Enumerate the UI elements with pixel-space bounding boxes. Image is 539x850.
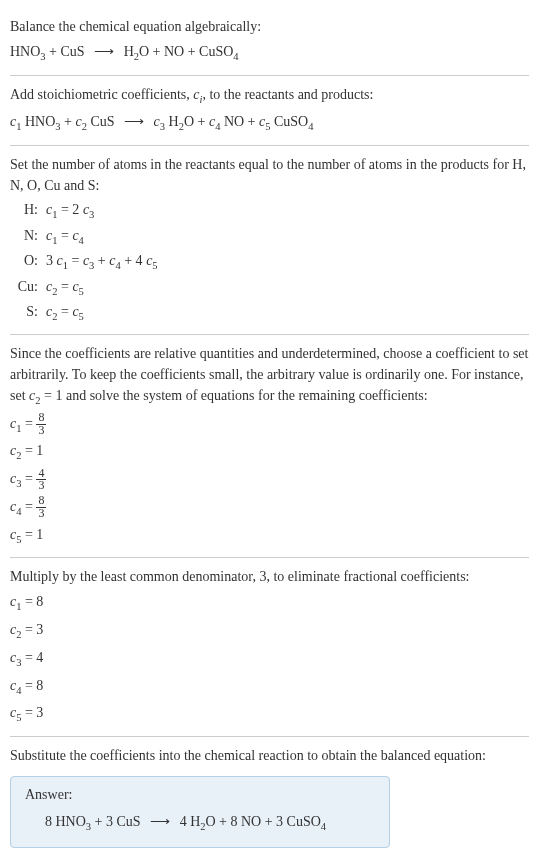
mid: = 2: [57, 202, 82, 217]
plus1: +: [61, 114, 76, 129]
row-s: S: c2 = c5: [10, 300, 529, 326]
c4-line: c4 = 83: [10, 494, 529, 522]
s2: 3: [89, 209, 94, 220]
frac: 83: [36, 412, 46, 437]
mid: =: [57, 304, 72, 319]
val-h: c1 = 2 c3: [46, 198, 529, 224]
arrow-icon: ⟶: [124, 109, 144, 134]
row-n: N: c1 = c4: [10, 224, 529, 250]
label-s: S:: [10, 300, 46, 326]
v: = 8: [21, 594, 43, 609]
val-o: 3 c1 = c3 + c4 + 4 c5: [46, 249, 529, 275]
c2-line: c2 = 1: [10, 438, 529, 466]
eq: = 1: [21, 527, 43, 542]
s4: 4: [321, 821, 326, 832]
eq8: 8 HNO: [45, 814, 86, 829]
arrow-icon: ⟶: [94, 39, 114, 64]
section-atom-equations: Set the number of atoms in the reactants…: [10, 146, 529, 335]
eq-rest: O + NO + CuSO: [139, 44, 233, 59]
eq-hno3: HNO: [10, 44, 40, 59]
answer-label: Answer:: [25, 787, 375, 803]
frac: 83: [36, 495, 46, 520]
p2: 4 H: [176, 814, 200, 829]
s4: 5: [152, 260, 157, 271]
eq: =: [21, 471, 36, 486]
mid: =: [68, 253, 83, 268]
section-multiply-lcd: Multiply by the least common denominator…: [10, 558, 529, 737]
sub-4: 4: [233, 51, 238, 62]
section-balance-intro: Balance the chemical equation algebraica…: [10, 8, 529, 76]
row-o: O: 3 c1 = c3 + c4 + 4 c5: [10, 249, 529, 275]
p2: = 1 and solve the system of equations fo…: [41, 388, 428, 403]
den: 3: [36, 480, 46, 492]
eq: =: [21, 499, 36, 514]
hno3: HNO: [21, 114, 55, 129]
row-cu: Cu: c2 = c5: [10, 275, 529, 301]
p1: +: [94, 253, 109, 268]
no: NO +: [220, 114, 259, 129]
section-solve-fractional: Since the coefficients are relative quan…: [10, 335, 529, 558]
c5-line: c5 = 1: [10, 522, 529, 550]
c4-int: c4 = 8: [10, 673, 529, 701]
v: = 8: [21, 678, 43, 693]
unbalanced-equation: HNO3 + CuS ⟶ H2O + NO + CuSO4: [10, 39, 529, 67]
cuso4: CuSO: [270, 114, 308, 129]
answer-box: Answer: 8 HNO3 + 3 CuS ⟶ 4 H2O + 8 NO + …: [10, 776, 390, 848]
val-cu: c2 = c5: [46, 275, 529, 301]
lcd-title: Multiply by the least common denominator…: [10, 566, 529, 587]
val-s: c2 = c5: [46, 300, 529, 326]
cuso4s: 4: [308, 121, 313, 132]
c2-int: c2 = 3: [10, 617, 529, 645]
eq: = 1: [21, 443, 43, 458]
p3: O + 8 NO + 3 CuSO: [206, 814, 321, 829]
arrow-icon: ⟶: [150, 809, 170, 834]
row-h: H: c1 = 2 c3: [10, 198, 529, 224]
mid: =: [57, 228, 72, 243]
section-answer: Substitute the coefficients into the che…: [10, 737, 529, 850]
coeff-title: Add stoichiometric coefficients, ci, to …: [10, 84, 529, 108]
h2: H: [165, 114, 179, 129]
intro-title: Balance the chemical equation algebraica…: [10, 16, 529, 37]
coefficient-equation: c1 HNO3 + c2 CuS ⟶ c3 H2O + c4 NO + c5 C…: [10, 109, 529, 137]
p2: + 4: [121, 253, 146, 268]
label-n: N:: [10, 224, 46, 250]
solve-title: Since the coefficients are relative quan…: [10, 343, 529, 409]
balanced-equation: 8 HNO3 + 3 CuS ⟶ 4 H2O + 8 NO + 3 CuSO4: [25, 809, 375, 837]
frac: 43: [36, 468, 46, 493]
cus: CuS: [87, 114, 118, 129]
den: 3: [36, 508, 46, 520]
c3-int: c3 = 4: [10, 645, 529, 673]
mid: =: [57, 279, 72, 294]
label-h: H:: [10, 198, 46, 224]
label-o: O:: [10, 249, 46, 275]
eq: =: [21, 416, 36, 431]
atoms-title: Set the number of atoms in the reactants…: [10, 154, 529, 196]
title-p1: Add stoichiometric coefficients,: [10, 87, 193, 102]
c1-int: c1 = 8: [10, 589, 529, 617]
p1: + 3 CuS: [91, 814, 144, 829]
c5-int: c5 = 3: [10, 700, 529, 728]
title-p2: , to the reactants and products:: [202, 87, 373, 102]
val-n: c1 = c4: [46, 224, 529, 250]
v: = 3: [21, 705, 43, 720]
v: = 4: [21, 650, 43, 665]
c1-line: c1 = 83: [10, 411, 529, 439]
s2: 4: [79, 234, 84, 245]
v: = 3: [21, 622, 43, 637]
o1: O +: [184, 114, 209, 129]
label-cu: Cu:: [10, 275, 46, 301]
eq-plus-cus: + CuS: [46, 44, 89, 59]
section-add-coefficients: Add stoichiometric coefficients, ci, to …: [10, 76, 529, 146]
s2: 5: [79, 286, 84, 297]
s2: 5: [79, 311, 84, 322]
eq-h: H: [120, 44, 134, 59]
pre: 3: [46, 253, 57, 268]
c3-line: c3 = 43: [10, 466, 529, 494]
den: 3: [36, 425, 46, 437]
substitute-title: Substitute the coefficients into the che…: [10, 745, 529, 766]
